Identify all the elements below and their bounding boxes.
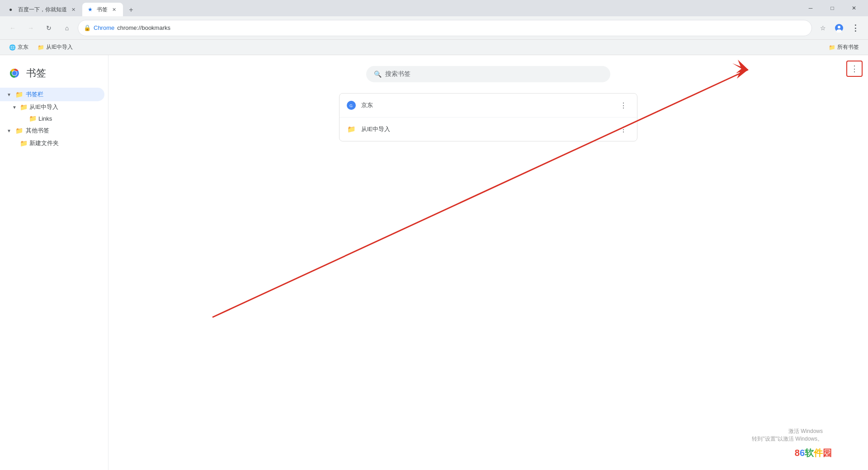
refresh-button[interactable]: ↻: [42, 21, 56, 35]
sidebar-item-bookmarks-bar-label: 书签栏: [26, 90, 43, 99]
chevron-down-icon: ▼: [5, 91, 13, 98]
chrome-logo-icon: [7, 66, 22, 80]
jd-label: 京东: [18, 43, 28, 51]
search-bar-wrap: 🔍 搜索书签: [119, 66, 857, 82]
bookmarks-bar-item-ie[interactable]: 📁 从IE中导入: [34, 42, 76, 53]
activate-line1: 激活 Windows: [752, 428, 823, 435]
sidebar-item-other-bookmarks[interactable]: ▼ 📁 其他书签: [0, 124, 104, 137]
svg-point-1: [838, 26, 840, 28]
profile-button[interactable]: [832, 21, 846, 35]
bookmark-menu-btn-ie[interactable]: ⋮: [617, 123, 630, 136]
bookmark-row-ie[interactable]: 📁 从IE中导入 ⋮: [340, 118, 637, 141]
sidebar-ie-label: 从IE中导入: [29, 103, 58, 111]
chevron-down-icon-other: ▼: [5, 127, 13, 134]
main-content: 书签 ▼ 📁 书签栏 ▼ 📁 从IE中导入 ▶ 📁 Links ▼ 📁 其他书签: [0, 55, 868, 470]
jd-site-icon: G: [347, 101, 356, 110]
tab-favicon-baidu: ●: [9, 6, 15, 13]
tab-title-baidu: 百度一下，你就知道: [18, 6, 67, 14]
windows-activate-watermark: 激活 Windows 转到"设置"以激活 Windows。: [752, 428, 823, 443]
maximize-button[interactable]: □: [822, 0, 843, 16]
new-tab-button[interactable]: +: [125, 4, 137, 16]
chrome-label: Chrome: [94, 24, 114, 31]
bookmark-star-button[interactable]: ☆: [816, 21, 830, 35]
menu-button[interactable]: ⋮: [848, 21, 863, 35]
tab-close-baidu[interactable]: ✕: [70, 6, 77, 13]
tab-favicon-bookmarks: ★: [88, 6, 94, 13]
svg-text:G: G: [349, 103, 353, 108]
window-controls: ─ □ ✕: [800, 0, 868, 16]
nav-right: ☆ ⋮: [816, 21, 863, 35]
ie-folder-icon-list: 📁: [347, 125, 356, 134]
sidebar-item-bookmarks-bar[interactable]: ▼ 📁 书签栏: [0, 88, 104, 101]
bookmark-menu-btn-jd[interactable]: ⋮: [617, 99, 630, 112]
sidebar-new-folder-label: 新建文件夹: [29, 139, 59, 147]
search-bar[interactable]: 🔍 搜索书签: [366, 66, 610, 82]
sidebar-item-ie-import[interactable]: ▼ 📁 从IE中导入: [0, 101, 104, 113]
chevron-down-icon-ie: ▼: [11, 103, 18, 111]
ie-folder-icon: 📁: [38, 44, 44, 51]
tabs-container: ● 百度一下，你就知道 ✕ ★ 书签 ✕ +: [0, 0, 800, 16]
home-button[interactable]: ⌂: [60, 21, 74, 35]
bookmarks-bar-strip: 🌐 京东 📁 从IE中导入 📁 所有书签: [0, 40, 868, 55]
title-bar: ● 百度一下，你就知道 ✕ ★ 书签 ✕ + ─ □ ✕: [0, 0, 868, 16]
tab-close-bookmarks[interactable]: ✕: [110, 6, 118, 13]
search-placeholder-text: 搜索书签: [385, 70, 410, 78]
bookmarks-bar-item-all[interactable]: 📁 所有书签: [825, 42, 863, 53]
page-title: 书签: [26, 66, 46, 80]
forward-button[interactable]: →: [24, 21, 38, 35]
tab-baidu[interactable]: ● 百度一下，你就知道 ✕: [4, 3, 82, 16]
back-button[interactable]: ←: [5, 21, 20, 35]
sidebar-other-label: 其他书签: [26, 127, 49, 135]
content-area: 🔍 搜索书签 G 京东 ⋮ 📁 从IE中导入 ⋮: [108, 55, 868, 470]
bookmark-name-ie: 从IE中导入: [361, 125, 612, 133]
sidebar: 书签 ▼ 📁 书签栏 ▼ 📁 从IE中导入 ▶ 📁 Links ▼ 📁 其他书签: [0, 55, 108, 470]
bookmark-list: G 京东 ⋮ 📁 从IE中导入 ⋮: [339, 93, 637, 141]
lock-icon: 🔒: [84, 24, 91, 31]
tab-bookmarks[interactable]: ★ 书签 ✕: [82, 3, 123, 16]
address-text: chrome://bookmarks: [117, 24, 806, 31]
links-folder-icon: 📁: [29, 115, 37, 122]
sidebar-links-label: Links: [38, 115, 52, 122]
new-folder-icon: 📁: [20, 140, 28, 147]
page-title-area: 书签: [0, 62, 108, 88]
ie-folder-icon-sidebar: 📁: [20, 103, 28, 111]
jd-icon: 🌐: [9, 44, 16, 51]
ie-label: 从IE中导入: [46, 43, 73, 51]
activate-line2: 转到"设置"以激活 Windows。: [752, 435, 823, 443]
close-button[interactable]: ✕: [844, 0, 864, 16]
bookmarks-bar-item-jd[interactable]: 🌐 京东: [5, 42, 32, 53]
all-bookmarks-folder-icon: 📁: [829, 44, 835, 51]
svg-point-6: [12, 71, 17, 75]
address-bar[interactable]: 🔒 Chrome chrome://bookmarks: [78, 20, 812, 36]
tab-title-bookmarks: 书签: [97, 6, 108, 14]
brand-text: 86软件园: [795, 447, 832, 459]
brand-watermark: 86软件园: [795, 447, 832, 459]
bookmark-name-jd: 京东: [361, 101, 612, 109]
sidebar-item-links[interactable]: ▶ 📁 Links: [0, 113, 104, 124]
other-folder-icon: 📁: [15, 127, 23, 134]
sidebar-item-new-folder[interactable]: ▶ 📁 新建文件夹: [0, 137, 104, 149]
minimize-button[interactable]: ─: [800, 0, 821, 16]
search-icon: 🔍: [374, 70, 382, 78]
nav-bar: ← → ↻ ⌂ 🔒 Chrome chrome://bookmarks ☆ ⋮: [0, 16, 868, 40]
bookmark-row-jd[interactable]: G 京东 ⋮: [340, 94, 637, 118]
toolbar-more-button[interactable]: ⋮: [846, 61, 863, 77]
all-bookmarks-label: 所有书签: [837, 43, 859, 51]
folder-icon: 📁: [15, 91, 23, 98]
